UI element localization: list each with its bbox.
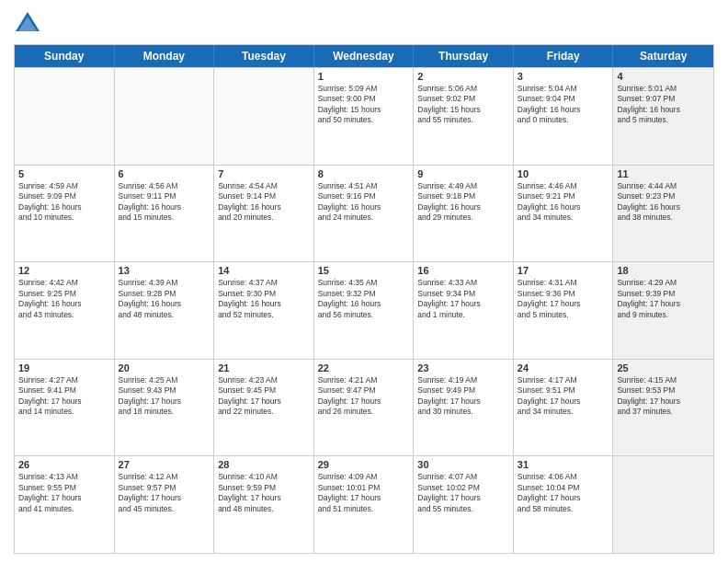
calendar-cell: 18Sunrise: 4:29 AM Sunset: 9:39 PM Dayli… <box>613 262 713 359</box>
calendar: SundayMondayTuesdayWednesdayThursdayFrid… <box>14 44 714 554</box>
cell-text: Sunrise: 4:54 AM Sunset: 9:14 PM Dayligh… <box>218 181 310 224</box>
day-number: 28 <box>218 459 310 470</box>
day-number: 6 <box>119 168 210 179</box>
day-number: 9 <box>417 168 509 179</box>
calendar-cell: 29Sunrise: 4:09 AM Sunset: 10:01 PM Dayl… <box>314 456 415 553</box>
cell-text: Sunrise: 4:27 AM Sunset: 9:41 PM Dayligh… <box>18 375 110 418</box>
cell-text: Sunrise: 4:23 AM Sunset: 9:45 PM Dayligh… <box>218 375 310 418</box>
day-number: 18 <box>617 265 710 276</box>
day-number: 21 <box>218 362 310 373</box>
calendar-cell <box>15 68 115 165</box>
day-number: 7 <box>218 168 310 179</box>
day-number: 2 <box>417 71 509 82</box>
day-number: 12 <box>18 265 110 276</box>
cell-text: Sunrise: 4:29 AM Sunset: 9:39 PM Dayligh… <box>617 278 710 320</box>
cell-text: Sunrise: 4:46 AM Sunset: 9:21 PM Dayligh… <box>518 181 609 224</box>
calendar-cell: 26Sunrise: 4:13 AM Sunset: 9:55 PM Dayli… <box>15 456 115 553</box>
page: SundayMondayTuesdayWednesdayThursdayFrid… <box>0 0 728 563</box>
calendar-cell <box>115 68 215 165</box>
day-number: 10 <box>518 168 609 179</box>
calendar-cell: 9Sunrise: 4:49 AM Sunset: 9:18 PM Daylig… <box>414 166 514 262</box>
calendar-cell: 12Sunrise: 4:42 AM Sunset: 9:25 PM Dayli… <box>15 262 115 359</box>
calendar-cell: 31Sunrise: 4:06 AM Sunset: 10:04 PM Dayl… <box>514 456 614 553</box>
calendar-cell: 5Sunrise: 4:59 AM Sunset: 9:09 PM Daylig… <box>15 166 115 262</box>
cell-text: Sunrise: 4:59 AM Sunset: 9:09 PM Dayligh… <box>18 181 110 224</box>
calendar-cell: 14Sunrise: 4:37 AM Sunset: 9:30 PM Dayli… <box>214 262 314 359</box>
day-number: 24 <box>518 362 609 373</box>
calendar-cell: 23Sunrise: 4:19 AM Sunset: 9:49 PM Dayli… <box>414 360 514 456</box>
cell-text: Sunrise: 4:51 AM Sunset: 9:16 PM Dayligh… <box>318 181 410 224</box>
header-day-sunday: Sunday <box>15 45 115 67</box>
day-number: 26 <box>18 459 110 470</box>
calendar-cell: 16Sunrise: 4:33 AM Sunset: 9:34 PM Dayli… <box>414 262 514 359</box>
calendar-header: SundayMondayTuesdayWednesdayThursdayFrid… <box>15 45 713 67</box>
cell-text: Sunrise: 5:06 AM Sunset: 9:02 PM Dayligh… <box>417 84 509 126</box>
calendar-row-3: 19Sunrise: 4:27 AM Sunset: 9:41 PM Dayli… <box>15 359 713 456</box>
calendar-cell: 21Sunrise: 4:23 AM Sunset: 9:45 PM Dayli… <box>214 360 314 456</box>
header-day-wednesday: Wednesday <box>314 45 415 67</box>
day-number: 11 <box>617 168 710 179</box>
day-number: 15 <box>318 265 410 276</box>
header-day-friday: Friday <box>514 45 614 67</box>
calendar-cell: 24Sunrise: 4:17 AM Sunset: 9:51 PM Dayli… <box>514 360 614 456</box>
day-number: 20 <box>119 362 210 373</box>
day-number: 23 <box>417 362 509 373</box>
cell-text: Sunrise: 4:35 AM Sunset: 9:32 PM Dayligh… <box>318 278 410 320</box>
day-number: 3 <box>518 71 609 82</box>
cell-text: Sunrise: 4:06 AM Sunset: 10:04 PM Daylig… <box>518 472 609 514</box>
cell-text: Sunrise: 4:39 AM Sunset: 9:28 PM Dayligh… <box>119 278 210 320</box>
day-number: 22 <box>318 362 410 373</box>
calendar-row-1: 5Sunrise: 4:59 AM Sunset: 9:09 PM Daylig… <box>15 165 713 262</box>
cell-text: Sunrise: 4:25 AM Sunset: 9:43 PM Dayligh… <box>119 375 210 418</box>
calendar-cell: 11Sunrise: 4:44 AM Sunset: 9:23 PM Dayli… <box>613 166 713 262</box>
logo <box>14 9 45 37</box>
calendar-cell: 27Sunrise: 4:12 AM Sunset: 9:57 PM Dayli… <box>115 456 215 553</box>
day-number: 19 <box>18 362 110 373</box>
calendar-cell: 25Sunrise: 4:15 AM Sunset: 9:53 PM Dayli… <box>613 360 713 456</box>
cell-text: Sunrise: 4:21 AM Sunset: 9:47 PM Dayligh… <box>318 375 410 418</box>
calendar-cell: 7Sunrise: 4:54 AM Sunset: 9:14 PM Daylig… <box>214 166 314 262</box>
calendar-cell: 6Sunrise: 4:56 AM Sunset: 9:11 PM Daylig… <box>115 166 215 262</box>
calendar-cell: 13Sunrise: 4:39 AM Sunset: 9:28 PM Dayli… <box>115 262 215 359</box>
calendar-cell: 15Sunrise: 4:35 AM Sunset: 9:32 PM Dayli… <box>314 262 415 359</box>
day-number: 27 <box>119 459 210 470</box>
calendar-cell: 30Sunrise: 4:07 AM Sunset: 10:02 PM Dayl… <box>414 456 514 553</box>
calendar-cell: 17Sunrise: 4:31 AM Sunset: 9:36 PM Dayli… <box>514 262 614 359</box>
calendar-cell: 1Sunrise: 5:09 AM Sunset: 9:00 PM Daylig… <box>314 68 415 165</box>
day-number: 31 <box>518 459 609 470</box>
cell-text: Sunrise: 4:07 AM Sunset: 10:02 PM Daylig… <box>417 472 509 514</box>
calendar-cell: 4Sunrise: 5:01 AM Sunset: 9:07 PM Daylig… <box>613 68 713 165</box>
cell-text: Sunrise: 4:56 AM Sunset: 9:11 PM Dayligh… <box>119 181 210 224</box>
day-number: 16 <box>417 265 509 276</box>
header-day-monday: Monday <box>115 45 215 67</box>
cell-text: Sunrise: 4:33 AM Sunset: 9:34 PM Dayligh… <box>417 278 509 320</box>
day-number: 8 <box>318 168 410 179</box>
calendar-cell: 10Sunrise: 4:46 AM Sunset: 9:21 PM Dayli… <box>514 166 614 262</box>
cell-text: Sunrise: 4:37 AM Sunset: 9:30 PM Dayligh… <box>218 278 310 320</box>
day-number: 25 <box>617 362 710 373</box>
header-day-saturday: Saturday <box>613 45 713 67</box>
calendar-body: 1Sunrise: 5:09 AM Sunset: 9:00 PM Daylig… <box>15 67 713 553</box>
day-number: 30 <box>417 459 509 470</box>
calendar-cell <box>613 456 713 553</box>
calendar-cell: 20Sunrise: 4:25 AM Sunset: 9:43 PM Dayli… <box>115 360 215 456</box>
calendar-row-2: 12Sunrise: 4:42 AM Sunset: 9:25 PM Dayli… <box>15 261 713 359</box>
logo-icon <box>14 9 41 37</box>
cell-text: Sunrise: 4:13 AM Sunset: 9:55 PM Dayligh… <box>18 472 110 514</box>
day-number: 1 <box>318 71 410 82</box>
day-number: 17 <box>518 265 609 276</box>
cell-text: Sunrise: 4:12 AM Sunset: 9:57 PM Dayligh… <box>119 472 210 514</box>
day-number: 14 <box>218 265 310 276</box>
calendar-row-4: 26Sunrise: 4:13 AM Sunset: 9:55 PM Dayli… <box>15 455 713 553</box>
header-day-thursday: Thursday <box>414 45 514 67</box>
calendar-cell: 8Sunrise: 4:51 AM Sunset: 9:16 PM Daylig… <box>314 166 415 262</box>
cell-text: Sunrise: 4:15 AM Sunset: 9:53 PM Dayligh… <box>617 375 710 418</box>
day-number: 29 <box>318 459 410 470</box>
cell-text: Sunrise: 4:17 AM Sunset: 9:51 PM Dayligh… <box>518 375 609 418</box>
cell-text: Sunrise: 4:49 AM Sunset: 9:18 PM Dayligh… <box>417 181 509 224</box>
calendar-cell: 2Sunrise: 5:06 AM Sunset: 9:02 PM Daylig… <box>414 68 514 165</box>
cell-text: Sunrise: 5:01 AM Sunset: 9:07 PM Dayligh… <box>617 84 710 126</box>
calendar-cell <box>214 68 314 165</box>
header <box>14 9 714 37</box>
calendar-cell: 3Sunrise: 5:04 AM Sunset: 9:04 PM Daylig… <box>514 68 614 165</box>
